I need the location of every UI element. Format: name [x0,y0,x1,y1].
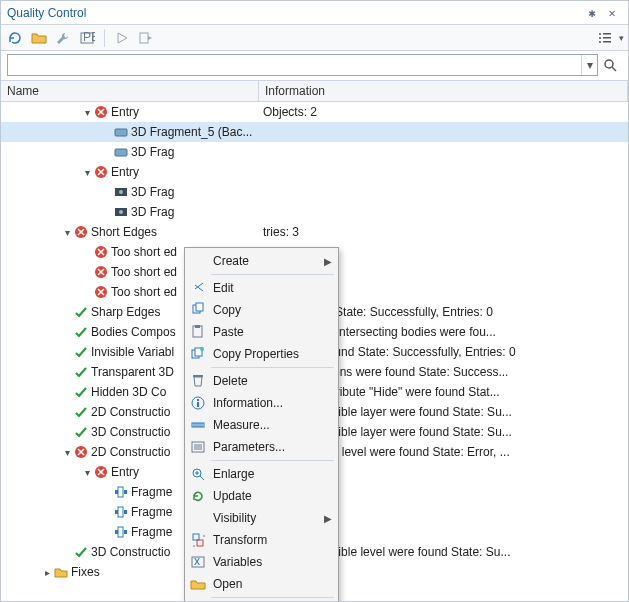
tree-row[interactable]: 3D Fragment_5 (Bac... [1,122,628,142]
expand-toggle[interactable]: ▾ [61,227,73,238]
tree-row[interactable]: ▾Entry [1,162,628,182]
close-icon[interactable]: ✕ [602,6,622,20]
menu-item[interactable]: Parameters... [185,436,338,458]
tree-row[interactable]: 3D Frag [1,202,628,222]
expand-toggle[interactable]: ▾ [81,467,93,478]
frag-icon [113,524,129,540]
chevron-down-icon[interactable]: ▾ [619,33,624,43]
paste-icon [187,324,209,340]
svg-rect-28 [118,507,123,517]
tree-item-label: Sharp Edges [91,305,160,319]
svg-point-3 [599,33,601,35]
search-dropdown-icon[interactable]: ▾ [581,55,597,75]
open-icon [187,576,209,592]
menu-item-label: Enlarge [209,467,332,481]
menu-item-label: Copy [209,303,332,317]
tree-item-label: 3D Frag [131,145,174,159]
menu-item-label: Transform [209,533,332,547]
measure-icon [187,417,209,433]
tree-item-info: tries: 3 [259,225,628,239]
menu-item[interactable]: Visibility▶ [185,507,338,529]
copy-icon [187,302,209,318]
tree-item-label: 3D Constructio [91,545,170,559]
tree-row[interactable]: ▾EntryObjects: 2 [1,102,628,122]
menu-separator [211,274,334,275]
refresh-icon[interactable] [5,28,25,48]
column-header-info[interactable]: Information [259,81,628,101]
tree-item-label: Bodies Compos [91,325,176,339]
tree-row[interactable]: ▾Short Edgestries: 3 [1,222,628,242]
folder-icon [53,564,69,580]
svg-rect-33 [124,530,127,534]
svg-rect-8 [603,41,611,43]
svg-rect-50 [197,540,203,546]
frag-icon [113,504,129,520]
svg-rect-35 [196,303,203,311]
frag-icon [113,484,129,500]
menu-item[interactable]: Transform [185,529,338,551]
transform-icon [187,532,209,548]
menu-item[interactable]: Open [185,573,338,595]
column-header-name[interactable]: Name [1,81,259,101]
play-all-icon[interactable] [136,28,156,48]
tree-item-label: Too short ed [111,265,177,279]
svg-rect-29 [115,510,118,514]
search-box: ▾ [7,54,598,76]
menu-item-label: Paste [209,325,332,339]
svg-text:PE: PE [83,30,95,44]
svg-rect-37 [195,325,200,328]
block-icon [113,144,129,160]
expand-toggle[interactable]: ▾ [61,447,73,458]
menu-item[interactable]: Update [185,485,338,507]
wrench-icon[interactable] [53,28,73,48]
copyprops-icon [187,346,209,362]
tree-view[interactable]: ▾EntryObjects: 23D Fragment_5 (Bac...3D … [1,102,628,602]
menu-item-label: Measure... [209,418,332,432]
menu-item[interactable]: Paste [185,321,338,343]
expand-toggle[interactable]: ▾ [81,167,93,178]
menu-item[interactable]: Edit [185,277,338,299]
menu-item-label: Copy Properties [209,347,332,361]
tree-item-info: Objects: 2 [259,105,628,119]
error-icon [93,284,109,300]
tree-item-label: Transparent 3D [91,365,174,379]
ok-icon [73,544,89,560]
menu-item-label: Edit [209,281,332,295]
search-input[interactable] [8,58,581,72]
tree-item-label: 3D Fragment_5 (Bac... [131,125,252,139]
props-icon[interactable]: PE [77,28,97,48]
play-icon[interactable] [112,28,132,48]
tree-row[interactable]: 3D Frag [1,142,628,162]
svg-rect-30 [124,510,127,514]
tree-item-label: 2D Constructio [91,405,170,419]
svg-rect-49 [193,534,199,540]
list-options-icon[interactable] [595,28,615,48]
pin-icon[interactable]: ✱ [582,6,602,20]
tree-row[interactable]: 3D Frag [1,182,628,202]
info-icon [187,395,209,411]
svg-text:x: x [194,554,200,568]
menu-item[interactable]: Information... [185,392,338,414]
expand-toggle[interactable]: ▸ [41,567,53,578]
error-icon [73,224,89,240]
menu-item[interactable]: Enlarge [185,463,338,485]
tree-item-label: Fragme [131,525,172,539]
menu-item[interactable]: Measure... [185,414,338,436]
search-icon[interactable] [602,57,622,73]
menu-item[interactable]: Copy [185,299,338,321]
submenu-arrow-icon: ▶ [324,513,332,524]
menu-item-label: Create [209,254,324,268]
tree-item-label: Invisible Variabl [91,345,174,359]
menu-item[interactable]: Create▶ [185,250,338,272]
error-icon [93,164,109,180]
menu-item[interactable]: Delete [185,370,338,392]
menu-item[interactable]: Copy Properties [185,343,338,365]
svg-rect-26 [115,490,118,494]
menu-item-label: Open [209,577,332,591]
open-icon[interactable] [29,28,49,48]
error-icon [93,264,109,280]
expand-toggle[interactable]: ▾ [81,107,93,118]
tree-item-label: Entry [111,105,139,119]
menu-item[interactable]: xVariables [185,551,338,573]
params-icon [187,439,209,455]
